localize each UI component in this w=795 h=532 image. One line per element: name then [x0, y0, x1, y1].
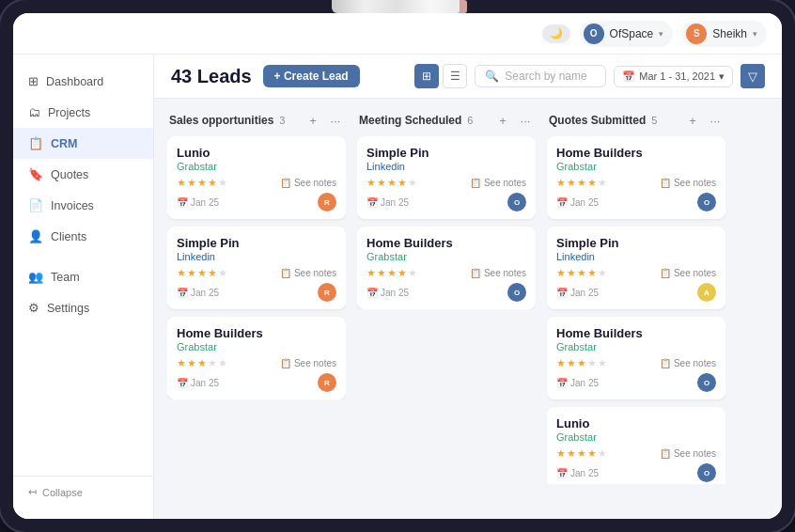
- see-notes-btn[interactable]: 📋 See notes: [280, 178, 336, 188]
- date-cal-icon: 📅: [177, 378, 188, 388]
- col-menu-btn-sales-opportunities[interactable]: ···: [327, 112, 344, 129]
- card-sales-opportunities-1[interactable]: Simple Pin Linkedin ★★★★★ 📋 See notes 📅 …: [167, 227, 346, 309]
- date-value: Jan 25: [191, 378, 219, 388]
- date-value: Jan 25: [191, 197, 219, 208]
- card-quotes-submitted-3[interactable]: Lunio Grabstar ★★★★★ 📋 See notes 📅 Jan 2…: [547, 407, 725, 484]
- sidebar-item-crm[interactable]: 📋 CRM: [13, 128, 153, 159]
- card-footer: 📅 Jan 25 R: [177, 193, 336, 211]
- user2-chip[interactable]: S Sheikh ▾: [682, 21, 767, 47]
- card-sales-opportunities-2[interactable]: Home Builders Grabstar ★★★★★ 📋 See notes…: [167, 317, 346, 399]
- sidebar-label-projects: Projects: [48, 106, 90, 119]
- see-notes-btn[interactable]: 📋 See notes: [470, 178, 526, 188]
- sidebar-item-dashboard[interactable]: ⊞ Dashboard: [13, 66, 153, 97]
- tablet-screen: 🌙 O OfSpace ▾ S Sheikh ▾ ⊞: [13, 13, 782, 519]
- star-1: ★: [177, 357, 186, 369]
- card-meeting-scheduled-0[interactable]: Simple Pin Linkedin ★★★★★ 📋 See notes 📅 …: [357, 136, 536, 219]
- list-view-button[interactable]: ☰: [443, 64, 467, 88]
- card-avatar: R: [318, 283, 336, 302]
- col-header-quotes-submitted: Quotes Submitted 5 + ···: [547, 112, 725, 129]
- see-notes-label: See notes: [294, 178, 336, 188]
- card-company: Home Builders: [177, 326, 336, 340]
- card-footer: 📅 Jan 25 O: [556, 463, 716, 482]
- settings-icon: ⚙: [28, 301, 39, 315]
- card-date: 📅 Jan 25: [177, 197, 219, 208]
- card-quotes-submitted-2[interactable]: Home Builders Grabstar ★★★★★ 📋 See notes…: [547, 317, 725, 399]
- sidebar-item-invoices[interactable]: 📄 Invoices: [13, 190, 153, 221]
- dark-mode-toggle[interactable]: 🌙: [542, 24, 570, 43]
- filter-button[interactable]: ▽: [740, 64, 765, 88]
- sidebar-item-settings[interactable]: ⚙ Settings: [13, 292, 153, 323]
- card-footer: 📅 Jan 25 O: [366, 193, 526, 211]
- see-notes-btn[interactable]: 📋 See notes: [660, 358, 716, 368]
- col-actions-quotes-submitted: + ···: [684, 112, 724, 129]
- page-header: 43 Leads + Create Lead ⊞ ☰ 🔍 Search by n…: [154, 55, 782, 99]
- star-4: ★: [587, 357, 597, 369]
- search-box[interactable]: 🔍 Search by name: [475, 65, 606, 87]
- see-notes-btn[interactable]: 📋 See notes: [280, 268, 336, 278]
- col-menu-btn-quotes-submitted[interactable]: ···: [707, 112, 724, 129]
- see-notes-btn[interactable]: 📋 See notes: [470, 268, 526, 278]
- team-icon: 👥: [28, 270, 43, 284]
- create-lead-button[interactable]: + Create Lead: [263, 65, 360, 87]
- collapse-button[interactable]: ↤ Collapse: [28, 486, 138, 498]
- projects-icon: 🗂: [28, 105, 40, 119]
- see-notes-btn[interactable]: 📋 See notes: [660, 448, 716, 459]
- date-cal-icon: 📅: [177, 197, 188, 208]
- card-meeting-scheduled-1[interactable]: Home Builders Grabstar ★★★★★ 📋 See notes…: [357, 227, 536, 309]
- col-add-btn-quotes-submitted[interactable]: +: [684, 112, 701, 129]
- col-count-quotes-submitted: 5: [651, 115, 657, 126]
- col-header-meeting-scheduled: Meeting Scheduled 6 + ···: [357, 112, 536, 129]
- card-stars: ★★★★★: [366, 177, 417, 189]
- card-footer: 📅 Jan 25 R: [177, 283, 336, 302]
- card-date: 📅 Jan 25: [556, 468, 599, 478]
- card-rating-row: ★★★★★ 📋 See notes: [556, 267, 716, 279]
- card-date: 📅 Jan 25: [366, 288, 409, 298]
- star-5: ★: [408, 267, 417, 279]
- col-add-btn-sales-opportunities[interactable]: +: [304, 112, 321, 129]
- page-title: 43 Leads: [171, 66, 252, 87]
- search-placeholder: Search by name: [505, 70, 586, 83]
- date-value: Jan 25: [191, 288, 219, 298]
- sidebar-item-clients[interactable]: 👤 Clients: [13, 221, 153, 252]
- sidebar-label-team: Team: [51, 271, 80, 284]
- date-value: Jan 25: [381, 288, 409, 298]
- star-4: ★: [398, 177, 407, 189]
- sidebar-item-quotes[interactable]: 🔖 Quotes: [13, 159, 153, 190]
- star-2: ★: [187, 357, 196, 369]
- card-quotes-submitted-1[interactable]: Simple Pin Linkedin ★★★★★ 📋 See notes 📅 …: [547, 227, 725, 309]
- star-5: ★: [218, 267, 227, 279]
- see-notes-label: See notes: [294, 358, 336, 368]
- col-title-sales-opportunities: Sales opportunities: [169, 114, 273, 127]
- see-notes-btn[interactable]: 📋 See notes: [280, 358, 336, 368]
- sidebar-item-team[interactable]: 👥 Team: [13, 261, 153, 292]
- card-source: Grabstar: [177, 161, 336, 172]
- card-source: Grabstar: [366, 251, 526, 262]
- user2-name: Sheikh: [712, 27, 747, 40]
- card-quotes-submitted-0[interactable]: Home Builders Grabstar ★★★★★ 📋 See notes…: [547, 136, 725, 219]
- sidebar-label-invoices: Invoices: [51, 199, 94, 212]
- col-menu-btn-meeting-scheduled[interactable]: ···: [517, 112, 534, 129]
- col-count-meeting-scheduled: 6: [467, 115, 473, 126]
- sidebar-label-settings: Settings: [47, 302, 89, 315]
- star-1: ★: [177, 267, 186, 279]
- grid-view-button[interactable]: ⊞: [414, 64, 439, 88]
- card-stars: ★★★★★: [177, 177, 227, 189]
- star-4: ★: [587, 267, 597, 279]
- sidebar-item-projects[interactable]: 🗂 Projects: [13, 97, 153, 128]
- user1-chip[interactable]: O OfSpace ▾: [580, 21, 674, 47]
- see-notes-label: See notes: [674, 178, 716, 188]
- see-notes-label: See notes: [294, 268, 336, 278]
- date-value: Jan 25: [570, 197, 599, 208]
- see-notes-btn[interactable]: 📋 See notes: [660, 178, 716, 188]
- card-rating-row: ★★★★★ 📋 See notes: [177, 357, 336, 369]
- date-filter[interactable]: 📅 Mar 1 - 31, 2021 ▾: [614, 66, 733, 87]
- kanban-col-quotes-submitted: Quotes Submitted 5 + ··· Home Builders G…: [547, 112, 725, 506]
- card-sales-opportunities-0[interactable]: Lunio Grabstar ★★★★★ 📋 See notes 📅 Jan 2…: [167, 136, 346, 219]
- card-stars: ★★★★★: [556, 267, 607, 279]
- see-notes-btn[interactable]: 📋 See notes: [660, 268, 716, 278]
- sidebar-label-dashboard: Dashboard: [46, 75, 103, 88]
- kanban-col-meeting-scheduled: Meeting Scheduled 6 + ··· Simple Pin Lin…: [357, 112, 536, 506]
- col-add-btn-meeting-scheduled[interactable]: +: [494, 112, 511, 129]
- notes-icon: 📋: [660, 448, 671, 459]
- star-4: ★: [208, 267, 217, 279]
